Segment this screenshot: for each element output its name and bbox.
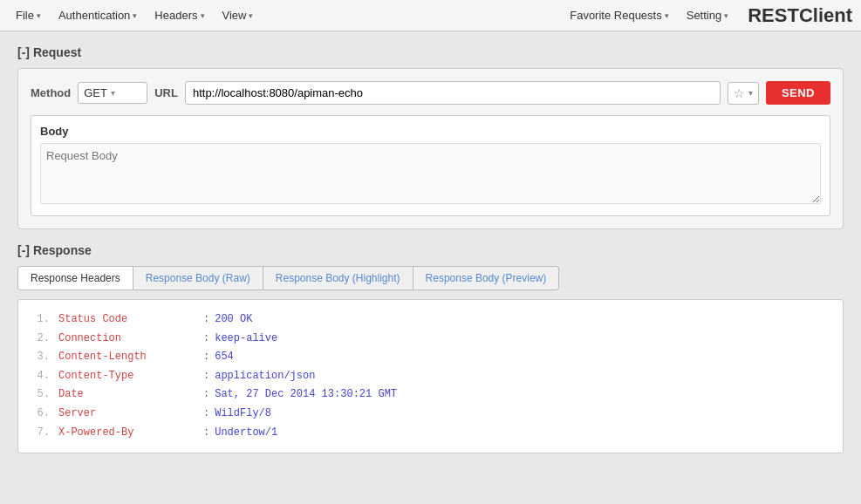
chevron-down-icon: ▾ bbox=[665, 11, 669, 20]
header-colon: : bbox=[198, 424, 215, 443]
response-content: 1. Status Code : 200 OK 2. Connection : … bbox=[17, 299, 844, 453]
header-value: keep-alive bbox=[215, 330, 277, 349]
response-section-header: [-] Response bbox=[17, 243, 844, 257]
header-value: application/json bbox=[215, 367, 315, 386]
header-key: Connection bbox=[58, 330, 198, 349]
nav-item-favorites[interactable]: Favorite Requests ▾ bbox=[563, 3, 676, 27]
method-value: GET bbox=[84, 86, 107, 99]
chevron-down-icon: ▾ bbox=[748, 88, 753, 98]
nav-item-view[interactable]: View ▾ bbox=[215, 3, 261, 27]
header-colon: : bbox=[198, 367, 215, 386]
method-label: Method bbox=[31, 86, 71, 99]
main-content: [-] Request Method GET ▾ URL ☆ ▾ SEND Bo… bbox=[0, 31, 861, 467]
navbar: File ▾ Authentication ▾ Headers ▾ View ▾… bbox=[0, 0, 861, 31]
tab-response-headers[interactable]: Response Headers bbox=[17, 266, 133, 290]
star-icon: ☆ bbox=[734, 86, 745, 100]
header-key: Server bbox=[58, 405, 198, 424]
line-number: 3. bbox=[32, 348, 58, 367]
nav-item-setting[interactable]: Setting ▾ bbox=[680, 3, 735, 27]
table-row: 7. X-Powered-By : Undertow/1 bbox=[32, 424, 829, 443]
nav-label-setting: Setting bbox=[687, 9, 721, 22]
body-title: Body bbox=[40, 125, 821, 138]
header-value: Undertow/1 bbox=[215, 424, 277, 443]
method-select[interactable]: GET ▾ bbox=[78, 82, 147, 104]
tab-response-body-raw[interactable]: Response Body (Raw) bbox=[133, 266, 263, 290]
table-row: 4. Content-Type : application/json bbox=[32, 367, 829, 386]
header-colon: : bbox=[198, 330, 215, 349]
nav-item-headers[interactable]: Headers ▾ bbox=[147, 3, 211, 27]
table-row: 2. Connection : keep-alive bbox=[32, 330, 829, 349]
header-value: Sat, 27 Dec 2014 13:30:21 GMT bbox=[215, 385, 397, 405]
line-number: 5. bbox=[32, 385, 58, 405]
header-key: Date bbox=[58, 385, 198, 405]
nav-label-file: File bbox=[16, 9, 34, 22]
nav-item-file[interactable]: File ▾ bbox=[9, 3, 48, 27]
response-tabs: Response Headers Response Body (Raw) Res… bbox=[17, 266, 844, 290]
brand-title: RESTClient bbox=[739, 4, 852, 27]
chevron-down-icon: ▾ bbox=[37, 11, 41, 20]
header-key: X-Powered-By bbox=[58, 424, 198, 443]
url-actions[interactable]: ☆ ▾ bbox=[728, 82, 759, 105]
table-row: 1. Status Code : 200 OK bbox=[32, 310, 829, 330]
header-value: 654 bbox=[215, 348, 234, 367]
url-label: URL bbox=[154, 86, 178, 99]
url-input[interactable] bbox=[185, 81, 721, 105]
request-panel: Method GET ▾ URL ☆ ▾ SEND Body bbox=[17, 68, 844, 229]
nav-label-auth: Authentication bbox=[58, 9, 130, 22]
line-number: 4. bbox=[32, 367, 58, 386]
nav-item-auth[interactable]: Authentication ▾ bbox=[51, 3, 144, 27]
header-colon: : bbox=[198, 385, 215, 405]
line-number: 7. bbox=[32, 424, 58, 443]
line-number: 6. bbox=[32, 405, 58, 424]
navbar-right: Favorite Requests ▾ Setting ▾ RESTClient bbox=[563, 3, 852, 27]
chevron-down-icon: ▾ bbox=[133, 11, 137, 20]
nav-label-favorites: Favorite Requests bbox=[570, 9, 662, 22]
body-panel: Body bbox=[31, 115, 830, 216]
body-textarea[interactable] bbox=[40, 143, 821, 204]
table-row: 6. Server : WildFly/8 bbox=[32, 405, 829, 424]
chevron-down-icon: ▾ bbox=[201, 11, 205, 20]
header-colon: : bbox=[198, 310, 215, 330]
header-key: Status Code bbox=[58, 310, 198, 330]
header-colon: : bbox=[198, 405, 215, 424]
header-key: Content-Type bbox=[58, 367, 198, 386]
line-number: 2. bbox=[32, 330, 58, 349]
request-section-header: [-] Request bbox=[17, 45, 844, 59]
nav-label-headers: Headers bbox=[154, 9, 197, 22]
line-number: 1. bbox=[32, 310, 58, 330]
nav-label-view: View bbox=[222, 9, 247, 22]
chevron-down-icon: ▾ bbox=[724, 11, 728, 20]
header-key: Content-Length bbox=[58, 348, 198, 367]
header-value: WildFly/8 bbox=[215, 405, 271, 424]
table-row: 5. Date : Sat, 27 Dec 2014 13:30:21 GMT bbox=[32, 385, 829, 405]
navbar-left: File ▾ Authentication ▾ Headers ▾ View ▾ bbox=[9, 3, 563, 27]
chevron-down-icon: ▾ bbox=[249, 11, 253, 20]
request-row: Method GET ▾ URL ☆ ▾ SEND bbox=[31, 81, 830, 105]
header-value: 200 OK bbox=[215, 310, 252, 330]
table-row: 3. Content-Length : 654 bbox=[32, 348, 829, 367]
tab-response-body-preview[interactable]: Response Body (Preview) bbox=[413, 266, 560, 290]
header-colon: : bbox=[198, 348, 215, 367]
send-button[interactable]: SEND bbox=[766, 81, 830, 105]
tab-response-body-highlight[interactable]: Response Body (Highlight) bbox=[263, 266, 413, 290]
chevron-down-icon: ▾ bbox=[111, 88, 115, 98]
